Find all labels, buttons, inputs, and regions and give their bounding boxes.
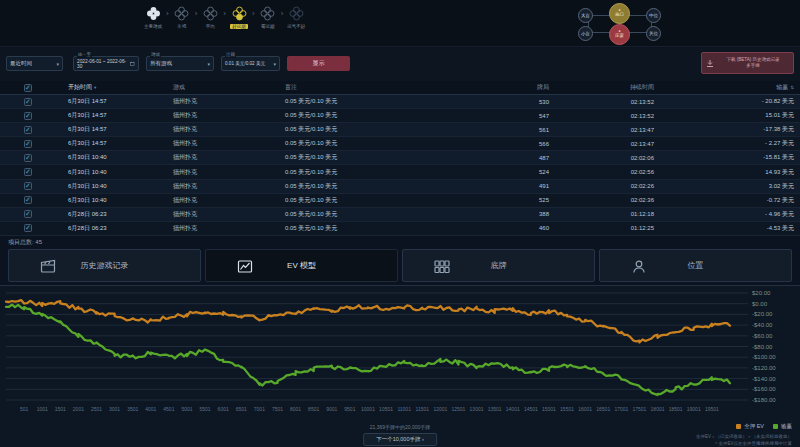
table-row[interactable]: ✓ 6月30日 10:40 德州扑克 0.05 美元/0.10 美元 491 0… xyxy=(0,180,800,194)
sessions-table: ✓ 开始时间▾ 游戏 盲注 牌局 持续时间 输赢⇅ ✓ 6月30日 14:57 … xyxy=(0,81,800,236)
chevron-down-icon: ▾ xyxy=(205,61,210,67)
row-checkbox[interactable]: ✓ xyxy=(24,210,32,218)
journey-item-4-active[interactable]: 好运期 xyxy=(224,6,254,29)
select-all-checkbox[interactable]: ✓ xyxy=(24,84,32,92)
legend-allin-ev[interactable]: 全押 EV xyxy=(736,423,764,430)
clover-icon xyxy=(260,6,275,21)
svg-text:10001: 10001 xyxy=(361,406,375,412)
svg-text:11501: 11501 xyxy=(415,406,429,412)
tab-ev-graph[interactable]: EV 模型 xyxy=(205,249,398,282)
ev-graph: $20.00$0.00-$20.00-$40.00-$60.00-$80.00-… xyxy=(0,286,800,420)
journey-item-3[interactable]: 平均 xyxy=(195,6,225,29)
row-checkbox[interactable]: ✓ xyxy=(24,112,32,120)
row-checkbox[interactable]: ✓ xyxy=(24,168,32,176)
row-checkbox[interactable]: ✓ xyxy=(24,98,32,106)
table-row[interactable]: ✓ 6月30日 14:57 德州扑克 0.05 美元/0.10 美元 566 0… xyxy=(0,137,800,151)
clover-icon xyxy=(174,6,189,21)
download-hands-button[interactable]: 下载 (BETA) 历史游戏记录 多手牌 xyxy=(701,52,794,74)
header-start-time[interactable]: 开始时间▾ xyxy=(56,83,171,92)
svg-text:8501: 8501 xyxy=(308,406,319,412)
journey-label: 霉运期 xyxy=(261,24,275,29)
svg-text:-$60.00: -$60.00 xyxy=(752,333,773,339)
header-duration: 持续时间 xyxy=(553,83,658,92)
svg-text:9001: 9001 xyxy=(326,406,337,412)
tab-game-history[interactable]: 历史游戏记录 xyxy=(8,249,201,282)
svg-text:1001: 1001 xyxy=(37,406,48,412)
show-button[interactable]: 显示 xyxy=(287,56,350,71)
svg-text:3501: 3501 xyxy=(127,406,138,412)
row-checkbox[interactable]: ✓ xyxy=(24,224,32,232)
hole-cards-icon xyxy=(433,258,451,275)
svg-text:19501: 19501 xyxy=(705,406,719,412)
clover-icon xyxy=(203,6,218,21)
svg-text:13001: 13001 xyxy=(470,406,484,412)
clover-icon xyxy=(232,6,247,21)
svg-text:5001: 5001 xyxy=(181,406,192,412)
ev-graph-panel: $20.00$0.00-$20.00-$40.00-$60.00-$80.00-… xyxy=(0,285,800,447)
position-dealer[interactable]: ● 庄家 xyxy=(609,24,630,45)
download-icon xyxy=(706,59,714,68)
position-cutoff[interactable]: 关位 xyxy=(646,26,661,41)
clover-icon xyxy=(146,6,161,21)
row-checkbox[interactable]: ✓ xyxy=(24,182,32,190)
svg-text:6501: 6501 xyxy=(236,406,247,412)
row-checkbox[interactable]: ✓ xyxy=(24,140,32,148)
journey-label: 平均 xyxy=(206,24,215,29)
stakes-select[interactable]: 注额 0.01 美元/0.02 美元 ▾ xyxy=(221,56,280,71)
journey-label: 运气不好 xyxy=(287,24,305,29)
legend-winnings[interactable]: 输赢 xyxy=(773,423,792,430)
table-header-row: ✓ 开始时间▾ 游戏 盲注 牌局 持续时间 输赢⇅ xyxy=(0,81,800,95)
game-select[interactable]: 游戏 所有游戏 ▾ xyxy=(146,56,214,71)
journey-item-2[interactable]: 常规 xyxy=(167,6,197,29)
time-range-select[interactable]: 最近时间 ▾ xyxy=(6,56,63,71)
svg-text:14501: 14501 xyxy=(524,406,538,412)
svg-text:-$140.00: -$140.00 xyxy=(752,376,776,382)
position-middle[interactable]: 中位 xyxy=(646,8,661,23)
header-winloss[interactable]: 输赢⇅ xyxy=(658,83,800,92)
svg-text:19001: 19001 xyxy=(687,406,701,412)
row-checkbox[interactable]: ✓ xyxy=(24,196,32,204)
svg-text:2501: 2501 xyxy=(91,406,102,412)
position-small-blind[interactable]: 小盲 xyxy=(578,26,593,41)
download-line2: 多手牌 xyxy=(717,63,789,69)
table-row[interactable]: ✓ 6月30日 14:57 德州扑克 0.05 美元/0.10 美元 547 0… xyxy=(0,109,800,123)
svg-text:15501: 15501 xyxy=(560,406,574,412)
row-checkbox[interactable]: ✓ xyxy=(24,126,32,134)
svg-text:-$40.00: -$40.00 xyxy=(752,322,773,328)
chevron-down-icon: ▾ xyxy=(54,61,59,67)
tab-hole-cards[interactable]: 底牌 xyxy=(402,249,595,282)
person-icon xyxy=(630,258,648,275)
svg-text:15001: 15001 xyxy=(542,406,556,412)
table-row[interactable]: ✓ 6月30日 14:57 德州扑克 0.05 美元/0.10 美元 561 0… xyxy=(0,123,800,137)
table-row[interactable]: ✓ 6月30日 14:57 德州扑克 0.05 美元/0.10 美元 530 0… xyxy=(0,95,800,109)
svg-text:7501: 7501 xyxy=(272,406,283,412)
svg-text:5501: 5501 xyxy=(200,406,211,412)
legend-swatch xyxy=(773,424,778,429)
calendar-icon xyxy=(128,60,135,67)
svg-text:10501: 10501 xyxy=(379,406,393,412)
journey-item-5[interactable]: 霉运期 xyxy=(253,6,283,29)
header-hands: 牌局 xyxy=(477,83,553,92)
tab-positions[interactable]: 位置 xyxy=(599,249,792,282)
row-checkbox[interactable]: ✓ xyxy=(24,154,32,162)
sort-desc-icon: ▾ xyxy=(94,85,96,90)
header-game: 游戏 xyxy=(171,83,283,92)
position-utg[interactable]: ● 枪口 xyxy=(609,3,630,24)
table-row[interactable]: ✓ 6月30日 10:40 德州扑克 0.05 美元/0.10 美元 524 0… xyxy=(0,165,800,179)
chart-footnotes: 全押EV＝（已实现收益）＋（未实现权益收益） ＊全押EV仅在全押且摊牌的牌局中计… xyxy=(696,433,792,447)
journey-item-6[interactable]: 运气不好 xyxy=(281,6,311,29)
next-hands-button[interactable]: 下一个10,000手牌 › xyxy=(363,433,437,446)
table-row[interactable]: ✓ 6月28日 06:23 德州扑克 0.05 美元/0.10 美元 388 0… xyxy=(0,208,800,222)
clapperboard-icon xyxy=(39,258,57,275)
journey-nav: 主要游戏 › 常规 › 平均 › 好运期 › 霉运期 › 运气不好 xyxy=(138,6,311,29)
journey-label: 好运期 xyxy=(230,24,248,29)
svg-text:2001: 2001 xyxy=(73,406,84,412)
date-range-field[interactable]: 由 - 至 2022-06-01 ~ 2022-06-30 xyxy=(73,56,139,71)
svg-text:18001: 18001 xyxy=(651,406,665,412)
position-big-blind[interactable]: 大盲 xyxy=(578,8,593,23)
table-row[interactable]: ✓ 6月30日 10:40 德州扑克 0.05 美元/0.10 美元 525 0… xyxy=(0,194,800,208)
journey-item-1[interactable]: 主要游戏 xyxy=(138,6,168,29)
table-row[interactable]: ✓ 6月28日 06:23 德州扑克 0.05 美元/0.10 美元 460 0… xyxy=(0,222,800,236)
svg-text:4501: 4501 xyxy=(163,406,174,412)
table-row[interactable]: ✓ 6月30日 10:40 德州扑克 0.05 美元/0.10 美元 487 0… xyxy=(0,151,800,165)
